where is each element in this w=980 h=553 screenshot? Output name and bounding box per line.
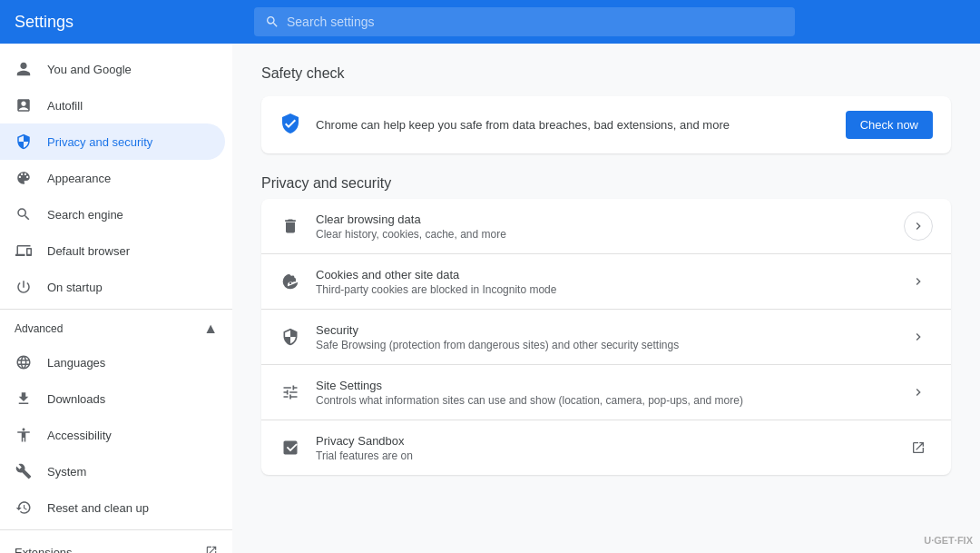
- sidebar-item-autofill[interactable]: Autofill: [0, 87, 225, 123]
- sidebar-item-languages[interactable]: Languages: [0, 344, 225, 380]
- trash-icon: [279, 215, 301, 237]
- security-title: Security: [316, 323, 889, 337]
- sidebar-label-downloads: Downloads: [47, 392, 105, 406]
- sidebar-item-reset-and-clean-up[interactable]: Reset and clean up: [0, 489, 225, 526]
- header: Settings: [0, 0, 980, 44]
- sidebar-item-search-engine[interactable]: Search engine: [0, 196, 225, 232]
- sidebar-label-default-browser: Default browser: [47, 244, 130, 258]
- extensions-label: Extensions: [15, 546, 73, 554]
- person-icon: [15, 60, 33, 78]
- sidebar-label-privacy-and-security: Privacy and security: [47, 135, 152, 149]
- security-content: Security Safe Browsing (protection from …: [316, 323, 889, 351]
- advanced-section-header[interactable]: Advanced ▲: [0, 313, 232, 344]
- security-action[interactable]: [904, 322, 933, 351]
- sidebar-divider: [0, 309, 232, 310]
- sidebar-label-appearance: Appearance: [47, 172, 111, 185]
- sidebar-item-appearance[interactable]: Appearance: [0, 160, 225, 196]
- sidebar-label-reset-and-clean-up: Reset and clean up: [47, 501, 149, 515]
- settings-row-security[interactable]: Security Safe Browsing (protection from …: [261, 310, 951, 365]
- chevron-up-icon: ▲: [203, 321, 218, 337]
- privacy-sandbox-content: Privacy Sandbox Trial features are on: [316, 434, 889, 462]
- site-settings-title: Site Settings: [316, 379, 889, 392]
- search-icon: [265, 15, 279, 29]
- external-link-icon: [205, 545, 218, 554]
- clear-browsing-data-title: Clear browsing data: [316, 212, 889, 226]
- wrench-icon: [15, 462, 33, 480]
- sidebar-divider-2: [0, 529, 232, 530]
- safety-check-title: Safety check: [261, 65, 951, 82]
- sidebar: You and Google Autofill Privacy and secu…: [0, 44, 232, 553]
- sidebar-item-on-startup[interactable]: On startup: [0, 269, 225, 305]
- search-input[interactable]: [287, 15, 784, 29]
- privacy-sandbox-subtitle: Trial features are on: [316, 449, 889, 462]
- palette-icon: [15, 169, 33, 187]
- clear-browsing-data-content: Clear browsing data Clear history, cooki…: [316, 212, 889, 241]
- sidebar-label-languages: Languages: [47, 356, 105, 370]
- sidebar-label-you-and-google: You and Google: [47, 63, 132, 76]
- sidebar-label-search-engine: Search engine: [47, 208, 123, 222]
- accessibility-icon: [15, 426, 33, 444]
- clear-browsing-data-subtitle: Clear history, cookies, cache, and more: [316, 228, 889, 241]
- search-bar[interactable]: [254, 7, 795, 36]
- privacy-section-title: Privacy and security: [261, 175, 951, 192]
- sidebar-item-extensions[interactable]: Extensions: [0, 534, 232, 553]
- sidebar-label-accessibility: Accessibility: [47, 429, 112, 442]
- security-subtitle: Safe Browsing (protection from dangerous…: [316, 339, 889, 351]
- download-icon: [15, 390, 33, 408]
- settings-title: Settings: [15, 13, 240, 32]
- power-icon: [15, 278, 33, 296]
- sidebar-item-you-and-google[interactable]: You and Google: [0, 51, 225, 87]
- settings-row-privacy-sandbox[interactable]: Privacy Sandbox Trial features are on: [261, 420, 951, 475]
- svg-point-2: [289, 281, 292, 284]
- privacy-sandbox-action[interactable]: [904, 433, 933, 462]
- circle-arrow-icon: [904, 212, 933, 241]
- privacy-sandbox-title: Privacy Sandbox: [316, 434, 889, 448]
- site-settings-subtitle: Controls what information sites can use …: [316, 394, 889, 407]
- sidebar-label-autofill: Autofill: [47, 99, 83, 113]
- cookies-title: Cookies and other site data: [316, 268, 889, 281]
- privacy-settings-list: Clear browsing data Clear history, cooki…: [261, 199, 951, 475]
- advanced-label: Advanced: [15, 322, 63, 335]
- cookies-action[interactable]: [904, 267, 933, 296]
- settings-row-cookies[interactable]: Cookies and other site data Third-party …: [261, 254, 951, 310]
- sidebar-item-default-browser[interactable]: Default browser: [0, 232, 225, 269]
- clear-browsing-data-action[interactable]: [904, 212, 933, 241]
- layout: You and Google Autofill Privacy and secu…: [0, 44, 980, 553]
- safety-check-card: Chrome can help keep you safe from data …: [261, 96, 951, 153]
- main-content: Safety check Chrome can help keep you sa…: [232, 44, 980, 553]
- security-shield-icon: [279, 326, 301, 348]
- cookie-icon: [279, 271, 301, 292]
- search-engine-icon: [15, 205, 33, 223]
- check-now-button[interactable]: Check now: [846, 111, 933, 139]
- sidebar-item-privacy-and-security[interactable]: Privacy and security: [0, 123, 225, 160]
- site-settings-icon: [279, 381, 301, 403]
- site-settings-content: Site Settings Controls what information …: [316, 379, 889, 407]
- safety-shield-icon: [279, 113, 301, 138]
- sidebar-item-accessibility[interactable]: Accessibility: [0, 417, 225, 453]
- sidebar-item-downloads[interactable]: Downloads: [0, 380, 225, 417]
- cookies-subtitle: Third-party cookies are blocked in Incog…: [316, 283, 889, 296]
- globe-icon: [15, 353, 33, 371]
- settings-row-clear-browsing-data[interactable]: Clear browsing data Clear history, cooki…: [261, 199, 951, 254]
- history-icon: [15, 499, 33, 517]
- sidebar-label-on-startup: On startup: [47, 281, 103, 294]
- site-settings-action[interactable]: [904, 378, 933, 407]
- browser-icon: [15, 242, 33, 260]
- sidebar-item-system[interactable]: System: [0, 453, 225, 489]
- sandbox-icon: [279, 437, 301, 459]
- sidebar-label-system: System: [47, 465, 86, 479]
- autofill-icon: [15, 96, 33, 114]
- shield-icon: [15, 133, 33, 151]
- watermark: U·GET·FIX: [924, 535, 973, 546]
- cookies-content: Cookies and other site data Third-party …: [316, 268, 889, 296]
- safety-check-description: Chrome can help keep you safe from data …: [316, 118, 831, 132]
- settings-row-site-settings[interactable]: Site Settings Controls what information …: [261, 365, 951, 420]
